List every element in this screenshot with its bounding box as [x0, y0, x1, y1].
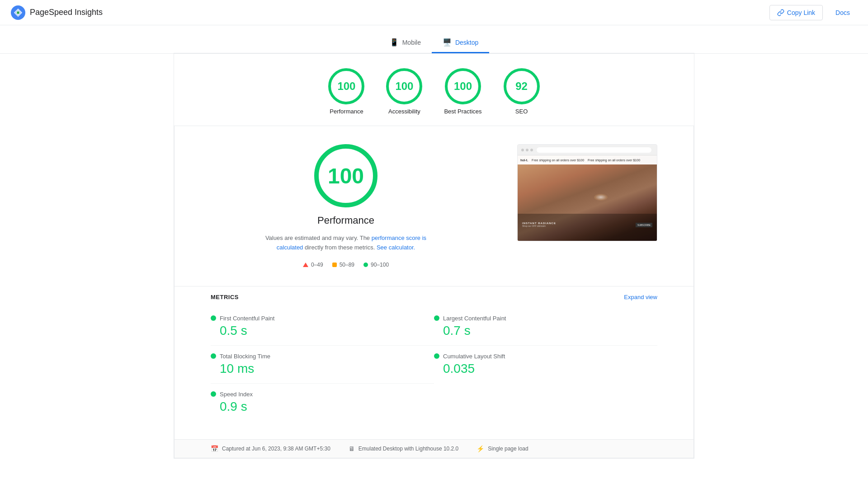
- score-label-accessibility: Accessibility: [388, 108, 420, 115]
- metric-value-fcp: 0.5 s: [211, 324, 434, 338]
- see-calculator-link[interactable]: See calculator.: [377, 244, 415, 251]
- svg-point-1: [17, 11, 19, 14]
- pass-icon: [363, 263, 368, 267]
- score-circle-accessibility: 100: [386, 68, 422, 104]
- metrics-title: METRICS: [211, 294, 239, 300]
- tab-mobile-label: Mobile: [402, 39, 421, 46]
- metrics-section: METRICS Expand view First Contentful Pai…: [174, 286, 694, 440]
- performance-big-title: Performance: [317, 215, 374, 226]
- metric-name-si: Speed Index: [220, 391, 253, 398]
- metric-tbt: Total Blocking Time 10 ms: [211, 346, 434, 384]
- footer-emulated: 🖥 Emulated Desktop with Lighthouse 10.2.…: [349, 445, 458, 452]
- monitor-icon: 🖥: [349, 445, 355, 452]
- legend: 0–49 50–89 90–100: [303, 262, 389, 268]
- metric-value-cls: 0.035: [434, 361, 657, 376]
- screenshot-nav-bar: [518, 145, 657, 155]
- score-seo[interactable]: 92 SEO: [504, 68, 540, 115]
- score-accessibility[interactable]: 100 Accessibility: [386, 68, 422, 115]
- metric-dot-tbt: [211, 353, 216, 359]
- metric-name-tbt: Total Blocking Time: [220, 353, 270, 360]
- emulated-text: Emulated Desktop with Lighthouse 10.2.0: [359, 446, 458, 452]
- tab-mobile[interactable]: 📱 Mobile: [379, 33, 432, 53]
- header-left: PageSpeed Insights: [11, 5, 103, 20]
- copy-link-button[interactable]: Copy Link: [769, 5, 823, 20]
- metric-value-lcp: 0.7 s: [434, 324, 657, 338]
- nav-dot-1: [521, 149, 524, 151]
- captured-text: Captured at Jun 6, 2023, 9:38 AM GMT+5:3…: [222, 446, 330, 452]
- legend-pass: 90–100: [363, 262, 389, 268]
- average-icon: [332, 263, 337, 267]
- tab-desktop-label: Desktop: [455, 39, 478, 46]
- scores-row: 100 Performance 100 Accessibility 100 Be…: [174, 54, 694, 126]
- score-circle-seo: 92: [504, 68, 540, 104]
- performance-left: 100 Performance Values are estimated and…: [211, 144, 481, 268]
- score-label-performance: Performance: [330, 108, 363, 115]
- performance-description: Values are estimated and may vary. The p…: [260, 234, 432, 253]
- app-title: PageSpeed Insights: [30, 8, 103, 17]
- footer-captured: 📅 Captured at Jun 6, 2023, 9:38 AM GMT+5…: [211, 445, 330, 452]
- metric-dot-cls: [434, 353, 439, 359]
- metric-name-fcp: First Contentful Paint: [220, 315, 274, 322]
- metrics-header: METRICS Expand view: [211, 286, 657, 308]
- load-type-text: Single page load: [488, 446, 528, 452]
- screenshot-image: hol-t. Free shipping on all orders over …: [518, 155, 657, 241]
- score-label-best-practices: Best Practices: [444, 108, 481, 115]
- performance-section: 100 Performance Values are estimated and…: [174, 126, 694, 286]
- header: PageSpeed Insights Copy Link Docs: [0, 0, 868, 25]
- metric-name-cls: Cumulative Layout Shift: [443, 353, 505, 360]
- legend-average: 50–89: [332, 262, 354, 268]
- score-best-practices[interactable]: 100 Best Practices: [444, 68, 481, 115]
- metric-dot-si: [211, 391, 216, 397]
- score-label-seo: SEO: [515, 108, 528, 115]
- big-score-circle: 100: [314, 144, 377, 207]
- footer-bar: 📅 Captured at Jun 6, 2023, 9:38 AM GMT+5…: [174, 440, 694, 458]
- performance-right: hol-t. Free shipping on all orders over …: [517, 144, 657, 241]
- metric-dot-lcp: [434, 315, 439, 321]
- nav-address-bar: [537, 147, 651, 153]
- docs-button[interactable]: Docs: [828, 5, 857, 20]
- footer-load-type: ⚡ Single page load: [476, 445, 528, 452]
- copy-link-label: Copy Link: [787, 9, 815, 16]
- calendar-icon: 📅: [211, 445, 218, 452]
- score-performance[interactable]: 100 Performance: [328, 68, 364, 115]
- nav-dot-2: [526, 149, 528, 151]
- metric-dot-fcp: [211, 315, 216, 321]
- nav-dot-3: [530, 149, 533, 151]
- metric-lcp: Largest Contentful Paint 0.7 s: [434, 308, 657, 346]
- metric-si: Speed Index 0.9 s: [211, 384, 434, 421]
- scores-section: 100 Performance 100 Accessibility 100 Be…: [174, 54, 694, 459]
- metric-value-si: 0.9 s: [211, 399, 434, 414]
- metrics-grid: First Contentful Paint 0.5 s Largest Con…: [211, 308, 657, 421]
- fail-icon: [303, 263, 308, 267]
- expand-view-button[interactable]: Expand view: [624, 294, 657, 300]
- desktop-icon: 🖥️: [443, 38, 452, 47]
- score-circle-best-practices: 100: [445, 68, 481, 104]
- screenshot-container: hol-t. Free shipping on all orders over …: [517, 144, 657, 241]
- score-circle-performance: 100: [328, 68, 364, 104]
- load-icon: ⚡: [476, 445, 484, 452]
- metric-value-tbt: 10 ms: [211, 361, 434, 376]
- pagespeed-logo: [11, 5, 25, 20]
- header-right: Copy Link Docs: [769, 5, 857, 20]
- tabs-container: 📱 Mobile 🖥️ Desktop: [174, 33, 694, 53]
- mobile-icon: 📱: [390, 38, 399, 47]
- link-icon: [777, 9, 784, 16]
- metric-cls: Cumulative Layout Shift 0.035: [434, 346, 657, 384]
- legend-fail: 0–49: [303, 262, 323, 268]
- metric-fcp: First Contentful Paint 0.5 s: [211, 308, 434, 346]
- metric-name-lcp: Largest Contentful Paint: [443, 315, 506, 322]
- performance-content: 100 Performance Values are estimated and…: [211, 144, 657, 268]
- tab-desktop[interactable]: 🖥️ Desktop: [432, 33, 489, 53]
